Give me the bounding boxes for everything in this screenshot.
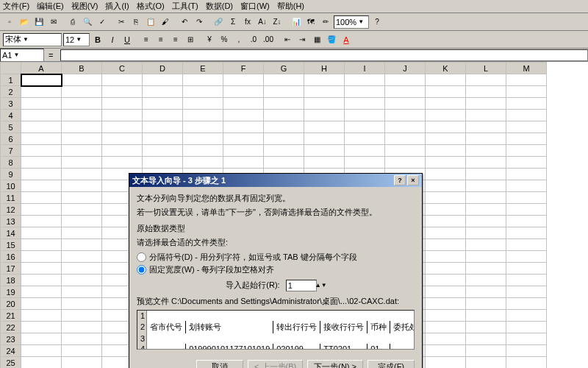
cell-A5[interactable] — [21, 121, 62, 133]
cell-K21[interactable] — [426, 310, 466, 322]
cell-D6[interactable] — [143, 133, 183, 145]
cell-B16[interactable] — [62, 251, 102, 263]
cell-K15[interactable] — [426, 239, 466, 251]
dialog-titlebar[interactable]: 文本导入向导 - 3 步骤之 1 ? × — [129, 174, 422, 187]
cell-I5[interactable] — [345, 121, 385, 133]
row-header-4[interactable]: 4 — [1, 110, 21, 121]
cell-A6[interactable] — [21, 133, 62, 145]
cell-E3[interactable] — [183, 98, 223, 110]
cell-M24[interactable] — [506, 345, 547, 357]
col-header-G[interactable]: G — [264, 63, 304, 74]
cell-I7[interactable] — [345, 145, 385, 157]
row-header-2[interactable]: 2 — [1, 86, 21, 98]
cell-A7[interactable] — [21, 145, 62, 157]
cell-L24[interactable] — [466, 345, 506, 357]
undo-icon[interactable]: ↶ — [178, 15, 191, 29]
align-right-icon[interactable]: ≡ — [169, 33, 182, 46]
cell-K13[interactable] — [426, 216, 466, 227]
cell-B6[interactable] — [62, 133, 102, 145]
cell-A1[interactable] — [21, 74, 62, 86]
name-box[interactable]: A1▼ — [0, 49, 44, 62]
cell-H4[interactable] — [304, 110, 345, 121]
chart-icon[interactable]: 📊 — [290, 15, 303, 29]
cell-A10[interactable] — [21, 180, 62, 192]
cell-L13[interactable] — [466, 216, 506, 227]
cell-M23[interactable] — [506, 333, 547, 345]
col-header-L[interactable]: L — [466, 63, 506, 74]
row-header-3[interactable]: 3 — [1, 98, 21, 110]
cell-M3[interactable] — [506, 98, 547, 110]
row-header-6[interactable]: 6 — [1, 133, 21, 145]
paste-icon[interactable]: 📋 — [144, 15, 157, 29]
cell-M19[interactable] — [506, 286, 547, 298]
row-header-16[interactable]: 16 — [1, 251, 21, 263]
preview-icon[interactable]: 🔍 — [81, 15, 94, 29]
row-header-1[interactable]: 1 — [1, 74, 21, 86]
inc-indent-icon[interactable]: ⇥ — [295, 33, 309, 46]
finish-button[interactable]: 完成(F) — [368, 360, 415, 368]
cell-B2[interactable] — [62, 86, 102, 98]
cell-B1[interactable] — [62, 74, 102, 86]
row-header-12[interactable]: 12 — [1, 204, 21, 216]
col-header-E[interactable]: E — [183, 63, 223, 74]
comma-icon[interactable]: , — [232, 33, 245, 46]
cell-B22[interactable] — [62, 322, 102, 333]
col-header-F[interactable]: F — [223, 63, 264, 74]
align-left-icon[interactable]: ≡ — [140, 33, 153, 46]
col-header-J[interactable]: J — [385, 63, 426, 74]
cell-C8[interactable] — [102, 157, 143, 169]
cell-D7[interactable] — [143, 145, 183, 157]
spell-icon[interactable]: ✓ — [96, 15, 109, 29]
menu-window[interactable]: 窗口(W) — [240, 1, 270, 12]
cell-J2[interactable] — [385, 86, 426, 98]
cell-J1[interactable] — [385, 74, 426, 86]
radio-delimited[interactable] — [137, 252, 146, 262]
fill-color-icon[interactable]: 🪣 — [325, 33, 338, 46]
col-header-C[interactable]: C — [102, 63, 143, 74]
cell-B15[interactable] — [62, 239, 102, 251]
cell-G3[interactable] — [264, 98, 304, 110]
cell-A23[interactable] — [21, 333, 62, 345]
menu-help[interactable]: 帮助(H) — [277, 1, 304, 12]
dec-decimal-icon[interactable]: .00 — [262, 33, 275, 46]
cell-M21[interactable] — [506, 310, 547, 322]
cell-H7[interactable] — [304, 145, 345, 157]
cell-M15[interactable] — [506, 239, 547, 251]
cell-E2[interactable] — [183, 86, 223, 98]
cell-K11[interactable] — [426, 192, 466, 204]
cancel-button[interactable]: 取消 — [196, 360, 243, 368]
row-header-10[interactable]: 10 — [1, 180, 21, 192]
cell-I4[interactable] — [345, 110, 385, 121]
cell-B3[interactable] — [62, 98, 102, 110]
bold-icon[interactable]: B — [91, 33, 104, 46]
cell-L25[interactable] — [466, 357, 506, 369]
drawing-icon[interactable]: ✏ — [319, 15, 332, 29]
cell-K20[interactable] — [426, 298, 466, 310]
cell-A25[interactable] — [21, 357, 62, 369]
cell-B5[interactable] — [62, 121, 102, 133]
align-center-icon[interactable]: ≡ — [154, 33, 168, 46]
cell-A2[interactable] — [21, 86, 62, 98]
cell-A19[interactable] — [21, 286, 62, 298]
cell-K10[interactable] — [426, 180, 466, 192]
cell-H8[interactable] — [304, 157, 345, 169]
cell-I8[interactable] — [345, 157, 385, 169]
cell-B25[interactable] — [62, 357, 102, 369]
cell-G4[interactable] — [264, 110, 304, 121]
cell-M18[interactable] — [506, 275, 547, 286]
row-header-20[interactable]: 20 — [1, 298, 21, 310]
cell-A4[interactable] — [21, 110, 62, 121]
cell-G7[interactable] — [264, 145, 304, 157]
cell-A16[interactable] — [21, 251, 62, 263]
help-icon[interactable]: ? — [370, 15, 384, 29]
cell-L7[interactable] — [466, 145, 506, 157]
cell-A11[interactable] — [21, 192, 62, 204]
menu-insert[interactable]: 插入(I) — [105, 1, 129, 12]
cell-J3[interactable] — [385, 98, 426, 110]
menu-view[interactable]: 视图(V) — [71, 1, 98, 12]
dec-indent-icon[interactable]: ⇤ — [281, 33, 294, 46]
row-header-14[interactable]: 14 — [1, 227, 21, 239]
link-icon[interactable]: 🔗 — [212, 15, 225, 29]
cell-B11[interactable] — [62, 192, 102, 204]
cell-F7[interactable] — [223, 145, 264, 157]
